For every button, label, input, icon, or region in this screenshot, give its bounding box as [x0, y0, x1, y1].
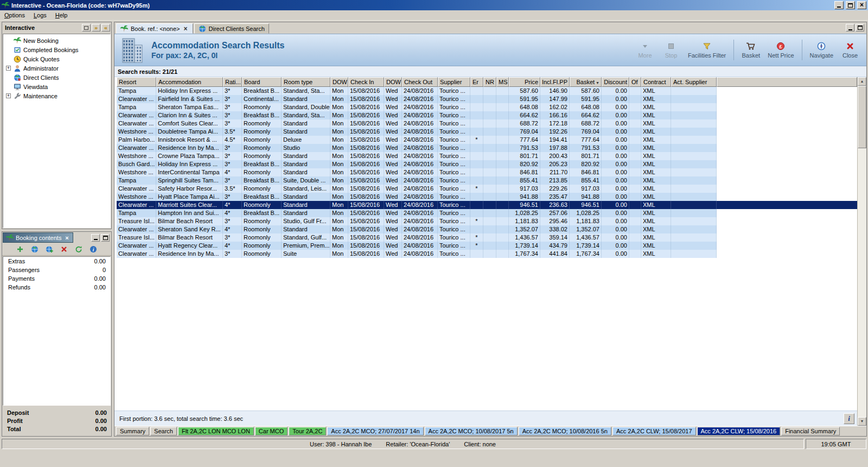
column-header-supplier-9[interactable]: Supplier: [438, 77, 470, 87]
table-row[interactable]: TampaHampton Inn and Sui...4*Breakfast B…: [117, 209, 717, 217]
table-row[interactable]: Palm Harbo...Innisbrook Resort & ...4.5*…: [117, 136, 717, 144]
sidebar-item-new-booking[interactable]: New Booking: [3, 36, 110, 45]
expand-icon[interactable]: [6, 93, 11, 98]
scrollbar-thumb[interactable]: [858, 86, 866, 148]
table-row[interactable]: TampaHoliday Inn Express ...3*Breakfast …: [117, 87, 717, 95]
add-icon[interactable]: [15, 244, 25, 254]
bottom-tab-acc-2a-2c-clw-15-08-2017[interactable]: Acc 2A,2C CLW; 15/08/2017: [612, 427, 696, 436]
refresh-icon[interactable]: [74, 244, 84, 254]
column-header-check-in-6[interactable]: Check In: [348, 77, 384, 87]
scrollbar-track[interactable]: [858, 148, 866, 417]
sidebar-item-completed-bookings[interactable]: Completed Bookings: [3, 45, 110, 54]
menu-item-options[interactable]: Options: [0, 11, 29, 20]
column-header-room-type-4[interactable]: Room type: [282, 77, 330, 87]
panel-pin-button[interactable]: [101, 24, 110, 31]
panel-dock-right-button[interactable]: [92, 24, 100, 31]
table-row[interactable]: Treasure Isl...Bilmar Beach Resort3*Room…: [117, 234, 717, 242]
nett-price-button[interactable]: £Nett Price: [765, 40, 796, 60]
bottom-tab-acc-2a-2c-clw-15-08-2016[interactable]: Acc 2A,2C CLW; 15/08/2016: [697, 427, 781, 436]
table-row[interactable]: Clearwater ...Clarion Inn & Suites ...3*…: [117, 111, 717, 119]
close-button[interactable]: Close: [838, 40, 862, 60]
booking-row-extras[interactable]: Extras0.00: [3, 257, 110, 266]
table-row[interactable]: Clearwater ...Residence Inn by Ma...3*Ro…: [117, 144, 717, 152]
column-header-board-3[interactable]: Board: [242, 77, 282, 87]
column-header-er-10[interactable]: Er: [470, 77, 483, 87]
bottom-tab-car-mco[interactable]: Car MCO: [255, 427, 288, 436]
sidebar-item-quick-quotes[interactable]: Quick Quotes: [3, 54, 110, 64]
column-header-dow-5[interactable]: DOW: [330, 77, 348, 87]
table-row[interactable]: Busch Gard...Holiday Inn Express ...3*Br…: [117, 160, 717, 168]
minimize-button[interactable]: [834, 1, 844, 9]
table-row[interactable]: Clearwater ...Sheraton Sand Key R...4*Ro…: [117, 225, 717, 234]
sidebar-item-maintenance[interactable]: Maintenance: [3, 91, 110, 100]
column-header-incl-fl-pp-14[interactable]: Incl.Fl.PP: [540, 77, 570, 87]
tab-direct-clients-search[interactable]: Direct Clients Search: [194, 23, 269, 34]
booking-row-passengers[interactable]: Passengers0: [3, 266, 110, 274]
facilities-filter-button[interactable]: Facilities Filter: [685, 40, 729, 60]
column-header-ms-12[interactable]: MS: [496, 77, 509, 87]
column-header-basket-15[interactable]: Basket: [570, 77, 602, 87]
column-header-price-13[interactable]: Price: [509, 77, 540, 87]
menu-item-help[interactable]: Help: [51, 11, 72, 20]
close-window-button[interactable]: [857, 1, 866, 9]
booking-panel-tab[interactable]: Booking contents: [3, 232, 73, 243]
sidebar-item-direct-clients[interactable]: Direct Clients: [3, 73, 110, 82]
menu-item-logs[interactable]: Logs: [29, 11, 51, 20]
table-row[interactable]: Westshore ...Crowne Plaza Tampa...3*Room…: [117, 152, 717, 160]
vertical-scrollbar[interactable]: [857, 77, 866, 426]
close-tab-icon[interactable]: [183, 26, 189, 31]
close-booking-panel-icon[interactable]: [63, 235, 70, 241]
column-header-contract-18[interactable]: Contract: [641, 77, 671, 87]
table-row[interactable]: Treasure Isl...Bilmar Beach Resort3*Room…: [117, 217, 717, 225]
navigate-button[interactable]: Navigate: [807, 40, 836, 60]
doc-minimize-button[interactable]: [846, 24, 854, 31]
column-header-act-supplier-19[interactable]: Act. Supplier: [671, 77, 717, 87]
sidebar-item-viewdata[interactable]: Viewdata: [3, 82, 110, 91]
table-row[interactable]: Clearwater ...Comfort Suites Clear...3*R…: [117, 119, 717, 128]
delete-icon[interactable]: [59, 244, 69, 254]
maximize-button[interactable]: [846, 1, 855, 9]
booking-minimize-button[interactable]: [91, 234, 100, 242]
tab-book-ref-none[interactable]: Book. ref.: <none>: [116, 23, 193, 34]
table-row[interactable]: Westshore ...InterContinental Tampa4*Roo…: [117, 168, 717, 176]
table-row[interactable]: Clearwater ...Hyatt Regency Clear...4*Ro…: [117, 242, 717, 250]
column-header-of-17[interactable]: Of: [629, 77, 641, 87]
table-row[interactable]: Westshore ...Hyatt Place Tampa Ai...3*Br…: [117, 193, 717, 201]
column-header-resort-0[interactable]: Resort: [117, 77, 156, 87]
world-icon[interactable]: [30, 244, 40, 254]
scroll-down-icon[interactable]: [858, 417, 866, 426]
booking-restore-button[interactable]: [101, 234, 110, 242]
table-row[interactable]: Clearwater ...Residence Inn by Ma...3*Ro…: [117, 250, 717, 258]
table-row[interactable]: TampaSpringhill Suites Tam...3*Breakfast…: [117, 176, 717, 185]
bottom-tab-flt-2a-2c-lon-mco-lon[interactable]: Flt 2A,2C LON MCO LON: [178, 427, 254, 436]
table-row[interactable]: Clearwater ...Safety Harbor Resor...3.5*…: [117, 185, 717, 193]
bottom-tab-tour-2a-2c[interactable]: Tour 2A,2C: [289, 427, 326, 436]
table-row[interactable]: Westshore ...Doubletree Tampa Ai...3.5*R…: [117, 128, 717, 136]
column-header-dow-7[interactable]: DOW: [384, 77, 402, 87]
column-header-accommodation-1[interactable]: Accommodation: [156, 77, 223, 87]
table-row[interactable]: TampaSheraton Tampa Eas...3*RoomonlyStan…: [117, 103, 717, 111]
bottom-tab-summary[interactable]: Summary: [116, 427, 149, 436]
column-header-discount-16[interactable]: Discount: [602, 77, 629, 87]
info-icon[interactable]: i: [88, 244, 98, 254]
sidebar-item-administrator[interactable]: Administrator: [3, 64, 110, 73]
column-header-rati-2[interactable]: Rati...: [223, 77, 242, 87]
column-header-nr-11[interactable]: NR: [483, 77, 496, 87]
bottom-tab-search[interactable]: Search: [150, 427, 177, 436]
expand-icon[interactable]: [6, 66, 11, 71]
info-button[interactable]: i: [844, 413, 854, 424]
basket-button[interactable]: Basket: [739, 40, 763, 60]
bottom-tab-acc-2a-2c-mco-10-08-2016-5n[interactable]: Acc 2A,2C MCO; 10/08/2016 5n: [519, 427, 611, 436]
scroll-up-icon[interactable]: [858, 77, 866, 86]
world-add-icon[interactable]: [44, 244, 54, 254]
bottom-tab-acc-2a-2c-mco-10-08-2017-5n[interactable]: Acc 2A,2C MCO; 10/08/2017 5n: [425, 427, 518, 436]
booking-row-payments[interactable]: Payments0.00: [3, 274, 110, 283]
bottom-tab-acc-2a-2c-mco-27-07-2017-14n[interactable]: Acc 2A,2C MCO; 27/07/2017 14n: [327, 427, 423, 436]
column-header-check-out-8[interactable]: Check Out: [402, 77, 438, 87]
table-row[interactable]: Clearwater ...Fairfield Inn & Suites ...…: [117, 95, 717, 103]
doc-restore-button[interactable]: [856, 24, 864, 31]
table-row-selected[interactable]: Clearwater ...Marriott Suites Clear...4*…: [117, 201, 857, 209]
panel-collapse-button[interactable]: [82, 24, 91, 31]
booking-row-refunds[interactable]: Refunds0.00: [3, 283, 110, 292]
bottom-tab-financial-summary[interactable]: Financial Summary: [781, 427, 840, 436]
